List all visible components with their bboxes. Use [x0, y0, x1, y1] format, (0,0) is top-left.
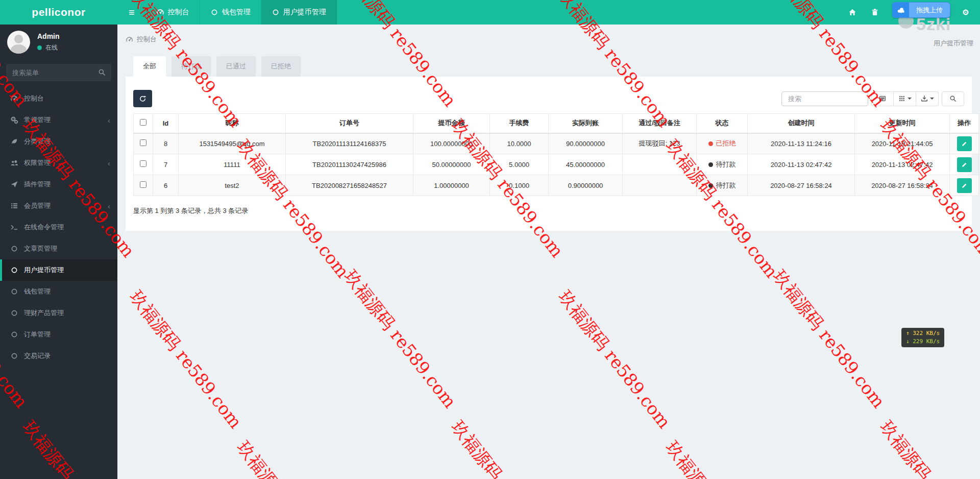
- search-button[interactable]: [942, 91, 964, 106]
- sidebar-item-6[interactable]: 在线命令管理: [0, 217, 117, 238]
- sidebar-item-11[interactable]: 订单管理: [0, 324, 117, 345]
- row-select-cell: [134, 154, 153, 175]
- cell-nickname: 1531549495@qq.com: [179, 133, 286, 154]
- cell-actual: 90.00000000: [549, 133, 623, 154]
- cell-updated: 2020-11-13 02:47:42: [855, 154, 950, 175]
- select-all-checkbox[interactable]: [140, 119, 146, 126]
- hamburger-icon: ≡: [129, 7, 135, 18]
- table-row: 711111TB20201113024742598650.000000005.0…: [134, 154, 979, 175]
- pencil-icon: [961, 182, 968, 189]
- sidebar-item-label: 控制台: [24, 94, 110, 103]
- refresh-button[interactable]: [133, 90, 152, 107]
- sidebar-item-label: 交易记录: [24, 351, 110, 361]
- trash-icon[interactable]: [871, 8, 879, 16]
- sidebar-item-4[interactable]: 插件管理: [0, 174, 117, 195]
- chevron-left-icon: ‹: [108, 202, 110, 210]
- table-header-cell: 订单号: [286, 114, 413, 133]
- cell-actions: [950, 133, 979, 154]
- table-search-input[interactable]: [781, 91, 868, 106]
- sidebar-item-5[interactable]: 会员管理‹: [0, 195, 117, 217]
- sidebar-item-10[interactable]: 理财产品管理: [0, 302, 117, 324]
- status-dot-icon: [708, 183, 713, 188]
- toolbar-button-export[interactable]: [916, 91, 939, 106]
- circle-icon: [10, 288, 18, 296]
- cell-order_no: TB202011130247425986: [286, 154, 413, 175]
- edit-button[interactable]: [957, 157, 972, 172]
- topnav-item-1[interactable]: 钱包管理: [200, 0, 261, 25]
- row-checkbox[interactable]: [140, 139, 146, 146]
- table-header-cell: 手续费: [490, 114, 549, 133]
- topnav-item-2[interactable]: 用户提币管理: [261, 0, 337, 25]
- sidebar-item-label: 权限管理: [24, 158, 108, 167]
- sidebar-item-label: 在线命令管理: [24, 223, 110, 232]
- sidebar-toggle-button[interactable]: ≡: [117, 0, 146, 25]
- cell-status: 待打款: [697, 154, 748, 175]
- sidebar-item-label: 文章页管理: [24, 244, 110, 253]
- download-speed: ↓ 229 KB/s: [906, 338, 940, 346]
- sidebar-item-12[interactable]: 交易记录: [0, 345, 117, 367]
- row-select-cell: [134, 175, 153, 196]
- sidebar-item-2[interactable]: 分类管理: [0, 131, 117, 152]
- status-badge: 待打款: [708, 160, 736, 169]
- tab-3[interactable]: 已拒绝: [261, 56, 301, 77]
- toolbar-button-listalt[interactable]: [871, 91, 894, 106]
- topnav-item-0[interactable]: 控制台: [146, 0, 200, 25]
- network-speed-badge: ↑ 322 KB/s ↓ 229 KB/s: [901, 328, 944, 347]
- sidebar-item-8[interactable]: 用户提币管理: [0, 259, 117, 281]
- topnav-item-label: 钱包管理: [222, 8, 251, 17]
- user-name: Admin: [37, 32, 60, 40]
- sidebar-item-1[interactable]: 常规管理‹: [0, 109, 117, 131]
- cell-created: 2020-08-27 16:58:24: [748, 175, 855, 196]
- tab-0[interactable]: 全部: [133, 56, 166, 77]
- page-title: 用户提币管理: [934, 39, 973, 48]
- cell-status: 待打款: [697, 175, 748, 196]
- table-header-cell: 操作: [950, 114, 979, 133]
- cell-order_no: TB202011131124168375: [286, 133, 413, 154]
- cell-id: 7: [153, 154, 179, 175]
- user-status: 在线: [37, 43, 60, 52]
- cell-amount: 50.00000000: [413, 154, 490, 175]
- sidebar-item-7[interactable]: 文章页管理: [0, 238, 117, 259]
- sidebar: Admin 在线 控制台常规管理‹分类管理权限管理‹插件管理会员管理‹在线命令管…: [0, 25, 117, 479]
- sidebar-item-label: 会员管理: [24, 201, 108, 210]
- cell-nickname: 11111: [179, 154, 286, 175]
- listalt-icon: [879, 95, 886, 102]
- pencil-icon: [961, 161, 968, 168]
- table-header-cell: 昵称: [179, 114, 286, 133]
- users-icon: [10, 159, 18, 167]
- sidebar-search-input[interactable]: [6, 64, 111, 81]
- table-header-cell: 创建时间: [748, 114, 855, 133]
- sidebar-item-label: 用户提币管理: [24, 266, 110, 275]
- cloud-icon: [896, 6, 905, 15]
- tab-1[interactable]: 待打款: [172, 56, 211, 77]
- circle-icon: [210, 8, 218, 16]
- refresh-icon: [139, 95, 146, 103]
- home-icon[interactable]: [848, 8, 856, 16]
- table-header-cell: Id: [153, 114, 179, 133]
- user-panel: Admin 在线: [0, 25, 117, 60]
- row-checkbox[interactable]: [140, 160, 146, 167]
- circle-icon: [10, 330, 18, 339]
- sidebar-item-label: 插件管理: [24, 180, 110, 189]
- sidebar-item-label: 分类管理: [24, 137, 110, 146]
- row-checkbox[interactable]: [140, 181, 146, 188]
- status-badge: 已拒绝: [708, 139, 736, 148]
- app-logo: pelliconor: [0, 0, 117, 25]
- chevron-left-icon: ‹: [108, 159, 110, 167]
- sidebar-item-9[interactable]: 钱包管理: [0, 281, 117, 302]
- edit-button[interactable]: [957, 178, 972, 193]
- caret-down-icon: [908, 98, 912, 100]
- cog-icon[interactable]: [962, 8, 970, 16]
- tab-2[interactable]: 已通过: [216, 56, 256, 77]
- drag-upload-button[interactable]: 拖拽上传: [892, 2, 950, 18]
- edit-button[interactable]: [957, 136, 972, 151]
- toolbar-button-grid[interactable]: [894, 91, 916, 106]
- cell-actual: 0.90000000: [549, 175, 623, 196]
- table-header-cell: 通过/驳回备注: [623, 114, 697, 133]
- cell-status: 已拒绝: [697, 133, 748, 154]
- table-toolbar: [133, 90, 964, 107]
- pencil-icon: [961, 140, 968, 147]
- sidebar-item-0[interactable]: 控制台: [0, 88, 117, 109]
- sidebar-item-3[interactable]: 权限管理‹: [0, 152, 117, 174]
- status-dot-icon: [708, 141, 713, 146]
